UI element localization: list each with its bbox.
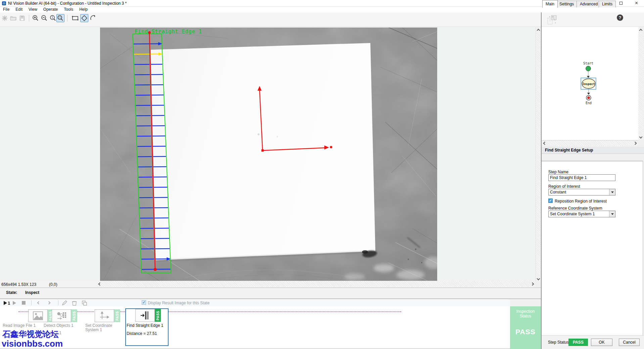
step-result: Distance = 27.51 [127,332,167,336]
inspection-image[interactable]: Find Straight Edge 1 [100,28,437,281]
open-folder-icon[interactable] [9,14,17,22]
inspection-status-value: PASS [510,328,541,336]
copy-icon[interactable] [82,300,87,306]
scroll-up-icon[interactable] [639,29,643,32]
menu-view[interactable]: View [26,7,40,12]
state-row: State: Inspect [0,288,541,299]
cursor-coordinates: (0,0) [49,282,57,287]
scroll-down-icon[interactable] [639,135,643,139]
tab-settings[interactable]: Settings [556,1,577,7]
svg-text:1: 1 [8,301,10,305]
ref-cs-label: Reference Coordinate System [548,206,602,211]
state-value[interactable]: Inspect [25,290,39,295]
setup-panel-title: Find Straight Edge Setup [542,147,644,154]
scroll-left-icon[interactable] [543,142,547,145]
menu-tools[interactable]: Tools [61,7,76,12]
step-name-input[interactable]: Find Straight Edge 1 [548,174,615,181]
next-icon[interactable] [48,300,50,306]
diagram-inspect-label: Inspect [582,82,595,86]
separator [58,300,58,305]
image-hscrollbar[interactable] [97,281,536,287]
maximize-button[interactable] [614,0,629,7]
help-icon[interactable]: ? [617,14,623,21]
inspection-status-title2: Status [510,314,541,318]
step-label[interactable]: Detect Objects 1 [44,323,81,328]
state-label: State: [6,290,17,295]
step-find-edge-icon[interactable] [135,309,155,322]
separator [31,300,32,305]
stop-icon[interactable] [21,300,26,306]
diagram-end-label: End [586,101,592,105]
state-diagram-panel[interactable]: Start Inspect End [542,27,638,140]
step-status-ribbon: PASS [155,309,161,322]
display-result-checkbox[interactable]: ✓ [142,300,146,305]
delete-icon[interactable] [72,300,77,306]
window-title: NI Vision Builder AI (64-bit) - Configur… [8,1,127,6]
diagram-vscrollbar[interactable] [638,28,643,140]
roi-label: Region of Interest [548,184,580,189]
tab-advanced[interactable]: Advanced [577,1,601,7]
chevron-down-icon[interactable] [609,189,615,195]
step-status-ribbon: PASS [114,309,120,322]
display-result-label: Display Result Image for this State [148,301,210,305]
scroll-left-icon[interactable] [98,282,102,286]
step-label[interactable]: Read Image File 1 [3,323,41,328]
scroll-up-icon[interactable] [537,29,540,32]
image-vscrollbar[interactable] [536,28,541,281]
tab-limits[interactable]: Limits [599,1,616,7]
overlay-step-label: Find Straight Edge 1 [135,29,202,35]
step-read-image-icon[interactable] [28,309,48,322]
zoom-out-icon[interactable] [40,14,48,22]
cancel-button[interactable]: Cancel [619,339,640,346]
app-icon [2,1,6,5]
chevron-down-icon[interactable] [609,211,615,217]
scroll-right-icon[interactable] [634,142,637,145]
zoom-fit-icon[interactable] [56,14,64,22]
ok-button[interactable]: OK [591,339,612,346]
scroll-right-icon[interactable] [531,282,534,286]
menu-edit[interactable]: Edit [12,7,26,12]
step-status-ribbon: PASS [71,309,77,322]
rect-roi-icon[interactable] [71,14,79,22]
close-button[interactable]: ✕ [629,0,644,7]
save-icon[interactable] [18,14,26,22]
reposition-roi-label: Reposition Region of Interest [555,199,607,204]
roi-dropdown[interactable]: Constant [548,189,615,195]
steps-toolbar: 1 ✓ Display Result Image for this State [0,299,510,306]
zoom-in-icon[interactable] [32,14,40,22]
toolbar-separator [67,15,67,21]
scroll-down-icon[interactable] [537,277,540,280]
toolbar-separator [29,15,29,21]
annulus-roi-icon[interactable] [89,14,97,22]
step-detect-objects-icon[interactable] [52,309,71,322]
step-name-label: Step Name [548,170,568,174]
vbai-window: NI Vision Builder AI (64-bit) - Configur… [0,0,644,349]
diagram-hscrollbar[interactable] [542,140,638,146]
setup-bottom-bar: Step Status PASS OK Cancel [542,335,644,349]
watermark-line1: 石鑫华视觉论坛 [2,329,59,340]
inspection-status-title1: Inspection [510,309,541,314]
toggle-view-icon[interactable] [547,14,558,26]
diagram-start-label: Start [583,61,593,65]
step-label[interactable]: Find Straight Edge 1 [127,323,167,328]
reposition-roi-checkbox[interactable]: ✓ [548,199,553,203]
new-icon[interactable] [1,14,9,22]
diagram-start-node[interactable] [586,66,591,71]
rotated-rect-roi-icon[interactable] [80,14,88,22]
ref-cs-dropdown[interactable]: Set Coordinate System 1 [548,211,615,217]
step-status-badge: PASS [568,339,588,346]
zoom-1to1-icon[interactable]: 1 [49,14,57,22]
tab-main[interactable]: Main [542,0,558,8]
step-label[interactable]: Set Coordinate System 1 [85,323,123,332]
image-status-row: 656x494 1.53X 123 (0,0) [0,281,536,288]
run-icon[interactable] [12,300,17,306]
edit-icon[interactable] [62,300,67,306]
prev-icon[interactable] [38,300,40,306]
menu-help[interactable]: Help [76,7,91,12]
menu-operate[interactable]: Operate [40,7,61,12]
image-resolution-zoom: 656x494 1.53X 123 [1,282,36,287]
svg-text:1: 1 [52,16,53,19]
step-set-coordinate-icon[interactable] [95,309,114,322]
menu-file[interactable]: File [0,7,12,12]
run-once-icon[interactable]: 1 [3,300,11,306]
